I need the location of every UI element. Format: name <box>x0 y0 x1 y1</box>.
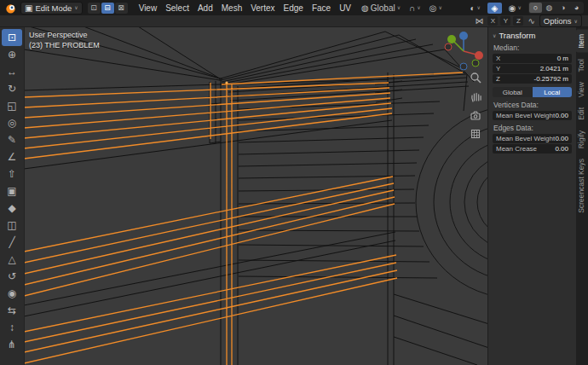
tool-knife[interactable]: ╱ <box>2 234 22 251</box>
median-z-field[interactable]: Z -0.25792 m <box>493 74 572 84</box>
left-toolbar: ⊡ ⊕ ↔ ↻ ◱ ◎ ✎ ∠ ⇧ ▣ ◆ ◫ ╱ △ ↺ ◉ ⇆ ↕ ⋔ <box>0 26 25 365</box>
tool-spin[interactable]: ↺ <box>2 268 22 285</box>
vertex-bevel-weight-value: 0.00 <box>555 112 568 119</box>
gizmo-y-axis[interactable] <box>447 35 456 43</box>
menu-edge[interactable]: Edge <box>280 3 308 13</box>
tab-view[interactable]: View <box>576 78 588 101</box>
menu-select[interactable]: Select <box>161 3 193 13</box>
tool-poly-build[interactable]: △ <box>2 251 22 268</box>
tool-bevel[interactable]: ◆ <box>2 200 22 217</box>
camera-icon[interactable] <box>470 109 481 121</box>
xray-toggle[interactable]: ◈ <box>487 3 502 14</box>
gizmo-y-neg-axis[interactable] <box>472 60 479 67</box>
tool-move[interactable]: ↔ <box>2 63 22 80</box>
selected-edges <box>24 72 463 365</box>
gizmo-z-neg-axis[interactable] <box>460 63 467 70</box>
gizmo-sphere-icon: ◐ <box>470 3 475 13</box>
local-button[interactable]: Local <box>533 87 573 97</box>
blender-logo-icon[interactable] <box>4 2 17 14</box>
pan-hand-icon[interactable] <box>470 90 481 102</box>
axis-x-label: X <box>496 55 500 62</box>
tab-item[interactable]: Item <box>576 30 588 53</box>
mirror-y-toggle[interactable]: Y <box>500 16 510 26</box>
vertices-data-label: Vertices Data: <box>493 101 571 109</box>
overlays-dropdown[interactable]: ◉ ∨ <box>506 3 524 13</box>
snapping-dropdown[interactable]: ∩ ∨ <box>406 3 424 13</box>
tool-extrude-region[interactable]: ⇧ <box>2 165 22 182</box>
tool-rip-region[interactable]: ⋔ <box>2 336 22 353</box>
shading-solid-button[interactable]: ◍ <box>543 3 556 13</box>
gizmo-x-neg-axis[interactable] <box>445 43 452 50</box>
tool-cursor[interactable]: ⊕ <box>2 46 22 63</box>
median-z-value: -0.25792 m <box>534 75 568 83</box>
chevron-down-icon: ∨ <box>574 19 578 24</box>
tool-smooth[interactable]: ◉ <box>2 285 22 302</box>
mode-dropdown-label: Edit Mode <box>35 3 72 13</box>
tool-edge-slide[interactable]: ⇆ <box>2 302 22 319</box>
menu-view[interactable]: View <box>135 3 162 13</box>
show-gizmo-dropdown[interactable]: ◐ ∨ <box>467 3 482 13</box>
tool-transform[interactable]: ◎ <box>2 114 22 131</box>
edit-mode-icon: ▣ <box>25 3 32 13</box>
mode-dropdown[interactable]: ▣ Edit Mode ∨ <box>20 2 83 14</box>
tool-settings-bar: ⋈ X Y Z ∿ Options ∨ <box>0 15 588 27</box>
face-select-button[interactable]: ⊠ <box>115 3 128 14</box>
chevron-down-icon: ∨ <box>397 5 401 10</box>
proportional-circle-icon: ◎ <box>429 3 437 13</box>
shading-rendered-button[interactable]: ◕ <box>570 3 583 13</box>
tool-rotate[interactable]: ↻ <box>2 80 22 97</box>
chevron-down-icon: ∨ <box>438 5 441 10</box>
vertex-bevel-weight-field[interactable]: Mean Bevel Weight 0.00 <box>493 111 572 120</box>
transform-panel-header[interactable]: ∨ Transform <box>493 31 572 40</box>
shading-wireframe-button[interactable]: ○ <box>529 3 542 13</box>
shading-material-button[interactable]: ◑ <box>556 3 569 13</box>
mesh-select-mode-group: ⊡ ⊟ ⊠ <box>88 3 128 14</box>
tab-screencast-keys[interactable]: Screencast Keys <box>576 154 588 217</box>
vertex-select-button[interactable]: ⊡ <box>88 3 101 14</box>
orientation-segmented-control: Global Local <box>493 87 572 97</box>
top-menu-bar: ▣ Edit Mode ∨ ⊡ ⊟ ⊠ View Select Add Mesh… <box>0 0 588 15</box>
tool-measure[interactable]: ∠ <box>2 148 22 165</box>
proportional-editing-dropdown[interactable]: ◎ ∨ <box>427 3 445 13</box>
panel-title: Transform <box>499 31 535 40</box>
menu-vertex[interactable]: Vertex <box>246 3 279 13</box>
orthographic-grid-icon[interactable] <box>470 128 481 140</box>
falloff-icon[interactable]: ∿ <box>526 16 536 26</box>
menu-bar: View Select Add Mesh Vertex Edge Face UV <box>135 3 355 13</box>
blender-window: { "ui": { "chevron": "∨", "collapse_arro… <box>0 0 588 365</box>
median-x-value: 0 m <box>557 55 568 62</box>
global-button[interactable]: Global <box>493 87 533 97</box>
gizmo-x-axis[interactable] <box>475 51 483 60</box>
mirror-icon[interactable]: ⋈ <box>473 16 485 26</box>
tool-inset-faces[interactable]: ▣ <box>2 182 22 200</box>
menu-add[interactable]: Add <box>193 3 217 13</box>
options-dropdown[interactable]: Options ∨ <box>539 14 582 27</box>
tool-scale[interactable]: ◱ <box>2 97 22 114</box>
gizmo-z-axis[interactable] <box>459 32 468 40</box>
tool-loop-cut[interactable]: ◫ <box>2 217 22 234</box>
tool-shrink-fatten[interactable]: ↕ <box>2 319 22 336</box>
mirror-z-toggle[interactable]: Z <box>513 16 523 26</box>
tab-rigify[interactable]: Rigify <box>576 126 588 153</box>
axis-z-label: Z <box>496 75 500 83</box>
tool-select-box[interactable]: ⊡ <box>2 29 22 46</box>
menu-mesh[interactable]: Mesh <box>217 3 246 13</box>
median-x-field[interactable]: X 0 m <box>493 54 572 63</box>
tab-edit[interactable]: Edit <box>576 103 588 125</box>
mean-crease-label: Mean Crease <box>496 145 537 153</box>
navigation-gizmo[interactable] <box>441 28 487 71</box>
menu-face[interactable]: Face <box>308 3 335 13</box>
median-y-field[interactable]: Y 2.0421 m <box>493 64 572 73</box>
tab-tool[interactable]: Tool <box>576 55 588 77</box>
edge-bevel-weight-label: Mean Bevel Weight <box>496 135 555 142</box>
tool-annotate[interactable]: ✎ <box>2 131 22 148</box>
view-perspective-label: User Perspective <box>29 30 100 40</box>
zoom-icon[interactable] <box>470 72 481 84</box>
edge-select-button[interactable]: ⊟ <box>101 3 114 14</box>
orientation-label: Global <box>371 3 395 13</box>
edge-bevel-weight-field[interactable]: Mean Bevel Weight 0.00 <box>493 134 572 143</box>
mean-crease-field[interactable]: Mean Crease 0.00 <box>493 144 572 154</box>
menu-uv[interactable]: UV <box>335 3 355 13</box>
transform-orientation-dropdown[interactable]: ◍ Global ∨ <box>359 3 403 13</box>
mirror-x-toggle[interactable]: X <box>487 16 498 26</box>
